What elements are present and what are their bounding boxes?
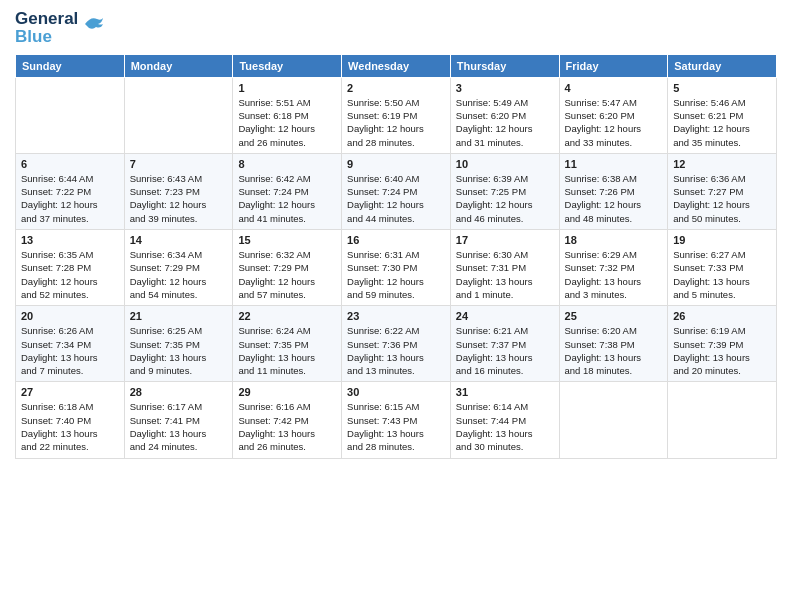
cell-content-line: Sunrise: 6:30 AM — [456, 248, 554, 261]
cell-content-line: and 18 minutes. — [565, 364, 663, 377]
day-number: 18 — [565, 234, 663, 246]
cell-content-line: and 41 minutes. — [238, 212, 336, 225]
calendar-cell: 5Sunrise: 5:46 AMSunset: 6:21 PMDaylight… — [668, 77, 777, 153]
day-number: 20 — [21, 310, 119, 322]
cell-content-line: and 39 minutes. — [130, 212, 228, 225]
cell-content-line: Sunset: 7:22 PM — [21, 185, 119, 198]
cell-content-line: Sunrise: 6:36 AM — [673, 172, 771, 185]
cell-content-line: Daylight: 12 hours — [456, 198, 554, 211]
cell-content-line: Daylight: 12 hours — [673, 122, 771, 135]
day-number: 6 — [21, 158, 119, 170]
cell-content-line: and 26 minutes. — [238, 440, 336, 453]
cell-content-line: and 31 minutes. — [456, 136, 554, 149]
cell-content-line: Daylight: 12 hours — [456, 122, 554, 135]
cell-content-line: Sunset: 6:18 PM — [238, 109, 336, 122]
cell-content-line: Daylight: 13 hours — [565, 351, 663, 364]
calendar-cell — [124, 77, 233, 153]
cell-content-line: Sunset: 7:35 PM — [130, 338, 228, 351]
cell-content-line: and 35 minutes. — [673, 136, 771, 149]
day-number: 9 — [347, 158, 445, 170]
calendar-cell: 8Sunrise: 6:42 AMSunset: 7:24 PMDaylight… — [233, 153, 342, 229]
cell-content-line: and 1 minute. — [456, 288, 554, 301]
cell-content-line: and 20 minutes. — [673, 364, 771, 377]
day-number: 3 — [456, 82, 554, 94]
cell-content-line: Daylight: 12 hours — [347, 198, 445, 211]
cell-content-line: and 26 minutes. — [238, 136, 336, 149]
cell-content-line: Sunrise: 6:16 AM — [238, 400, 336, 413]
cell-content-line: Sunrise: 6:42 AM — [238, 172, 336, 185]
col-header-wednesday: Wednesday — [342, 54, 451, 77]
cell-content-line: and 22 minutes. — [21, 440, 119, 453]
day-number: 17 — [456, 234, 554, 246]
calendar-cell: 20Sunrise: 6:26 AMSunset: 7:34 PMDayligh… — [16, 306, 125, 382]
day-number: 2 — [347, 82, 445, 94]
calendar-cell: 21Sunrise: 6:25 AMSunset: 7:35 PMDayligh… — [124, 306, 233, 382]
cell-content-line: Sunrise: 5:50 AM — [347, 96, 445, 109]
cell-content-line: Sunrise: 6:18 AM — [21, 400, 119, 413]
calendar-cell: 15Sunrise: 6:32 AMSunset: 7:29 PMDayligh… — [233, 230, 342, 306]
cell-content-line: Daylight: 13 hours — [673, 351, 771, 364]
cell-content-line: Daylight: 13 hours — [238, 427, 336, 440]
cell-content-line: Sunrise: 5:46 AM — [673, 96, 771, 109]
cell-content-line: and 9 minutes. — [130, 364, 228, 377]
col-header-friday: Friday — [559, 54, 668, 77]
cell-content-line: Sunrise: 6:24 AM — [238, 324, 336, 337]
cell-content-line: Daylight: 13 hours — [21, 427, 119, 440]
cell-content-line: Sunset: 7:29 PM — [238, 261, 336, 274]
cell-content-line: and 50 minutes. — [673, 212, 771, 225]
day-number: 5 — [673, 82, 771, 94]
cell-content-line: and 3 minutes. — [565, 288, 663, 301]
calendar-cell: 12Sunrise: 6:36 AMSunset: 7:27 PMDayligh… — [668, 153, 777, 229]
cell-content-line: Sunset: 7:44 PM — [456, 414, 554, 427]
cell-content-line: Sunset: 7:24 PM — [238, 185, 336, 198]
cell-content-line: Sunrise: 6:44 AM — [21, 172, 119, 185]
cell-content-line: Daylight: 13 hours — [456, 427, 554, 440]
logo-blue: Blue — [15, 28, 78, 46]
cell-content-line: Sunrise: 6:22 AM — [347, 324, 445, 337]
day-number: 21 — [130, 310, 228, 322]
day-number: 7 — [130, 158, 228, 170]
cell-content-line: Sunrise: 6:20 AM — [565, 324, 663, 337]
cell-content-line: Sunrise: 6:17 AM — [130, 400, 228, 413]
cell-content-line: Sunset: 7:24 PM — [347, 185, 445, 198]
cell-content-line: and 28 minutes. — [347, 440, 445, 453]
cell-content-line: Daylight: 12 hours — [130, 198, 228, 211]
day-number: 22 — [238, 310, 336, 322]
day-number: 13 — [21, 234, 119, 246]
cell-content-line: and 33 minutes. — [565, 136, 663, 149]
cell-content-line: Sunset: 7:32 PM — [565, 261, 663, 274]
cell-content-line: Sunset: 7:36 PM — [347, 338, 445, 351]
cell-content-line: Daylight: 12 hours — [21, 275, 119, 288]
cell-content-line: Sunset: 6:19 PM — [347, 109, 445, 122]
col-header-saturday: Saturday — [668, 54, 777, 77]
calendar-cell — [559, 382, 668, 458]
cell-content-line: and 24 minutes. — [130, 440, 228, 453]
cell-content-line: Daylight: 13 hours — [347, 427, 445, 440]
day-number: 26 — [673, 310, 771, 322]
cell-content-line: Sunrise: 6:32 AM — [238, 248, 336, 261]
calendar-cell: 17Sunrise: 6:30 AMSunset: 7:31 PMDayligh… — [450, 230, 559, 306]
cell-content-line: Sunset: 7:42 PM — [238, 414, 336, 427]
cell-content-line: Sunrise: 6:40 AM — [347, 172, 445, 185]
cell-content-line: Sunset: 7:43 PM — [347, 414, 445, 427]
cell-content-line: Daylight: 13 hours — [130, 427, 228, 440]
cell-content-line: and 30 minutes. — [456, 440, 554, 453]
day-number: 31 — [456, 386, 554, 398]
day-number: 10 — [456, 158, 554, 170]
cell-content-line: and 48 minutes. — [565, 212, 663, 225]
col-header-tuesday: Tuesday — [233, 54, 342, 77]
day-number: 12 — [673, 158, 771, 170]
cell-content-line: Daylight: 12 hours — [238, 122, 336, 135]
cell-content-line: Sunrise: 6:21 AM — [456, 324, 554, 337]
day-number: 14 — [130, 234, 228, 246]
calendar-cell: 16Sunrise: 6:31 AMSunset: 7:30 PMDayligh… — [342, 230, 451, 306]
calendar-cell: 19Sunrise: 6:27 AMSunset: 7:33 PMDayligh… — [668, 230, 777, 306]
cell-content-line: Sunrise: 6:38 AM — [565, 172, 663, 185]
calendar-cell: 11Sunrise: 6:38 AMSunset: 7:26 PMDayligh… — [559, 153, 668, 229]
cell-content-line: Daylight: 12 hours — [673, 198, 771, 211]
cell-content-line: Sunrise: 6:31 AM — [347, 248, 445, 261]
day-number: 1 — [238, 82, 336, 94]
calendar-week-row: 27Sunrise: 6:18 AMSunset: 7:40 PMDayligh… — [16, 382, 777, 458]
cell-content-line: Daylight: 13 hours — [347, 351, 445, 364]
cell-content-line: Sunrise: 6:34 AM — [130, 248, 228, 261]
